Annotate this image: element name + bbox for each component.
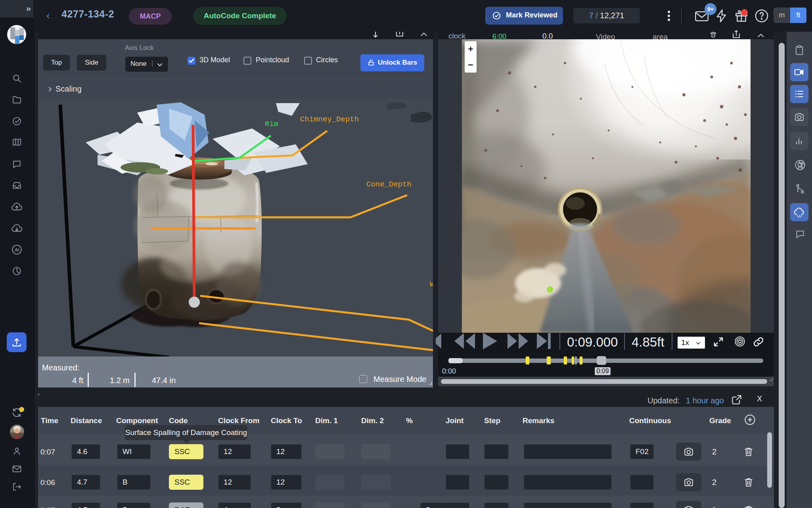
svg-text:AI: AI: [15, 247, 19, 252]
svg-text:Cone_Depth: Cone_Depth: [366, 180, 412, 189]
svg-text:Rim: Rim: [265, 120, 278, 128]
svg-text:W: W: [430, 280, 433, 289]
svg-text:Chimney_Depth: Chimney_Depth: [300, 115, 359, 124]
